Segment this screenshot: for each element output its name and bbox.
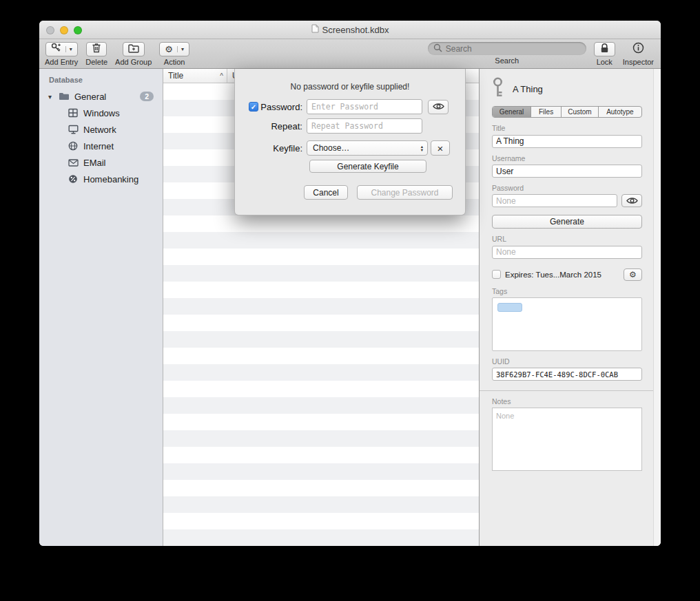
- dialog-password-input[interactable]: [307, 99, 422, 114]
- sidebar: Database ▾ General 2 Windows Network: [39, 69, 163, 546]
- action-button[interactable]: ⚙ ▾: [159, 42, 189, 56]
- window-controls: [46, 26, 82, 34]
- reveal-password-button[interactable]: [621, 194, 642, 207]
- key-plus-icon: [51, 43, 61, 56]
- sidebar-item-internet[interactable]: Internet: [39, 138, 163, 154]
- add-entry-button[interactable]: ▾: [45, 42, 78, 56]
- sidebar-item-label: Internet: [83, 141, 114, 151]
- generate-keyfile-button[interactable]: Generate Keyfile: [309, 160, 426, 173]
- tab-autotype[interactable]: Autotype: [599, 107, 641, 117]
- check-icon: ✓: [251, 103, 256, 111]
- expires-settings-button[interactable]: ⚙: [624, 268, 642, 281]
- info-icon: [632, 42, 644, 56]
- popup-chevrons-icon: ▴▾: [421, 145, 423, 151]
- lock-button[interactable]: [594, 42, 615, 56]
- notes-label: Notes: [492, 397, 642, 405]
- percent-coin-icon: [68, 174, 79, 184]
- password-field[interactable]: [492, 194, 617, 207]
- dialog-keyfile-label: Keyfile:: [258, 143, 307, 154]
- dialog-password-label: Password:: [258, 102, 307, 112]
- eye-icon: [433, 101, 444, 113]
- eye-icon: [626, 195, 638, 207]
- title-bar[interactable]: Screenshot.kdbx: [39, 21, 661, 39]
- dialog-reveal-password-button[interactable]: [428, 100, 449, 114]
- sidebar-item-label: EMail: [83, 158, 106, 168]
- url-label: URL: [492, 235, 642, 243]
- username-field[interactable]: [492, 165, 642, 178]
- uuid-label: UUID: [492, 357, 642, 366]
- envelope-icon: [68, 159, 79, 167]
- entry-count-badge: 2: [140, 92, 154, 101]
- tab-custom[interactable]: Custom: [562, 107, 599, 117]
- key-icon: [492, 77, 504, 101]
- add-group-label: Add Group: [115, 58, 152, 66]
- tags-box[interactable]: [492, 297, 642, 351]
- tags-label: Tags: [492, 287, 642, 295]
- delete-label: Delete: [85, 58, 107, 66]
- computer-icon: [68, 125, 79, 134]
- uuid-field[interactable]: [492, 368, 642, 381]
- inspector-panel: A Thing General Files Custom Autotype Ti…: [479, 69, 661, 546]
- padlock-icon: [599, 43, 610, 56]
- folder-plus-icon: [128, 43, 139, 56]
- sidebar-item-windows[interactable]: Windows: [39, 105, 163, 121]
- url-field[interactable]: [492, 246, 642, 259]
- expires-label: Expires: Tues...March 2015: [505, 271, 619, 279]
- sidebar-item-network[interactable]: Network: [39, 121, 163, 138]
- dialog-repeat-input[interactable]: [307, 118, 422, 134]
- inspector-toggle-button[interactable]: [628, 42, 649, 56]
- entry-title: A Thing: [513, 84, 543, 94]
- generate-password-button[interactable]: Generate: [492, 215, 642, 229]
- title-field[interactable]: [492, 135, 642, 148]
- expires-checkbox[interactable]: [492, 270, 501, 279]
- inspector-tabs: General Files Custom Autotype: [492, 106, 642, 118]
- sidebar-header: Database: [39, 73, 163, 88]
- sidebar-item-label: Network: [83, 125, 116, 135]
- inspector-label: Inspector: [623, 58, 654, 66]
- sidebar-item-email[interactable]: EMail: [39, 154, 163, 171]
- tab-files[interactable]: Files: [531, 107, 562, 117]
- divider: [480, 390, 661, 391]
- search-field[interactable]: [428, 42, 586, 55]
- password-label: Password: [492, 184, 642, 192]
- minimize-button[interactable]: [60, 26, 68, 34]
- column-header-title[interactable]: Title ^: [163, 69, 227, 83]
- sidebar-item-general[interactable]: ▾ General 2: [39, 88, 163, 105]
- folder-icon: [59, 92, 70, 101]
- window-title-text: Screenshot.kdbx: [322, 25, 389, 35]
- dialog-message: No password or keyfile supplied!: [235, 82, 465, 92]
- gear-icon: ⚙: [165, 45, 173, 54]
- change-password-dialog: No password or keyfile supplied! ✓ Passw…: [234, 69, 466, 215]
- cancel-button[interactable]: Cancel: [304, 185, 348, 200]
- lock-label: Lock: [597, 58, 612, 66]
- search-icon: [433, 43, 442, 55]
- clear-icon: ×: [438, 143, 444, 154]
- zoom-button[interactable]: [74, 26, 82, 34]
- add-entry-label: Add Entry: [45, 58, 78, 66]
- gear-icon: ⚙: [629, 270, 637, 280]
- action-dropdown-icon[interactable]: ▾: [177, 46, 184, 52]
- sidebar-item-label: General: [74, 92, 106, 102]
- toolbar: ▾ Add Entry Delete Add Group ⚙ ▾: [39, 39, 661, 69]
- delete-button[interactable]: [86, 42, 107, 56]
- close-button[interactable]: [46, 26, 54, 34]
- tag-chip[interactable]: [497, 303, 522, 312]
- clear-keyfile-button[interactable]: ×: [431, 140, 450, 156]
- keyfile-popup-button[interactable]: Choose… ▴▾: [307, 140, 428, 156]
- add-group-button[interactable]: [123, 42, 145, 56]
- notes-field[interactable]: [492, 408, 642, 471]
- title-label: Title: [492, 124, 642, 132]
- add-entry-dropdown-icon[interactable]: ▾: [65, 46, 72, 52]
- globe-icon: [68, 141, 79, 151]
- search-input[interactable]: [446, 44, 581, 54]
- window-grid-icon: [68, 108, 79, 118]
- trash-icon: [92, 43, 101, 56]
- disclosure-triangle-icon[interactable]: ▾: [46, 93, 54, 101]
- app-window: Screenshot.kdbx ▾ Add Entry Delete: [39, 21, 661, 546]
- scrollbar-track[interactable]: [653, 69, 661, 546]
- sort-ascending-icon: ^: [220, 72, 223, 80]
- tab-general[interactable]: General: [493, 107, 531, 117]
- password-checkbox[interactable]: ✓: [249, 102, 258, 112]
- change-password-button[interactable]: Change Password: [357, 185, 453, 200]
- sidebar-item-homebanking[interactable]: Homebanking: [39, 171, 163, 187]
